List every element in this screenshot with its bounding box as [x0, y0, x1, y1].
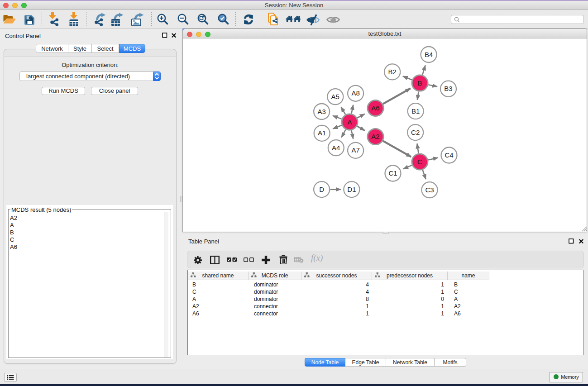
- svg-text:A3: A3: [317, 108, 325, 115]
- svg-text:B2: B2: [388, 68, 397, 76]
- svg-text:D: D: [319, 186, 324, 193]
- svg-text:B3: B3: [444, 85, 452, 92]
- svg-text:A1: A1: [318, 129, 326, 137]
- svg-text:B4: B4: [425, 51, 433, 58]
- svg-text:B1: B1: [411, 107, 420, 115]
- svg-text:A8: A8: [351, 89, 359, 97]
- svg-text:A2: A2: [371, 133, 379, 140]
- svg-text:C3: C3: [425, 186, 434, 194]
- svg-text:D1: D1: [347, 186, 356, 193]
- svg-text:A7: A7: [351, 146, 359, 154]
- svg-text:C2: C2: [411, 129, 420, 136]
- svg-text:A5: A5: [331, 93, 339, 100]
- svg-text:A4: A4: [332, 144, 340, 152]
- svg-text:C1: C1: [388, 169, 397, 177]
- svg-text:C4: C4: [445, 151, 453, 159]
- svg-text:C: C: [417, 158, 422, 166]
- svg-text:B: B: [418, 79, 422, 87]
- svg-text:A: A: [347, 118, 352, 126]
- svg-text:A6: A6: [371, 104, 379, 112]
